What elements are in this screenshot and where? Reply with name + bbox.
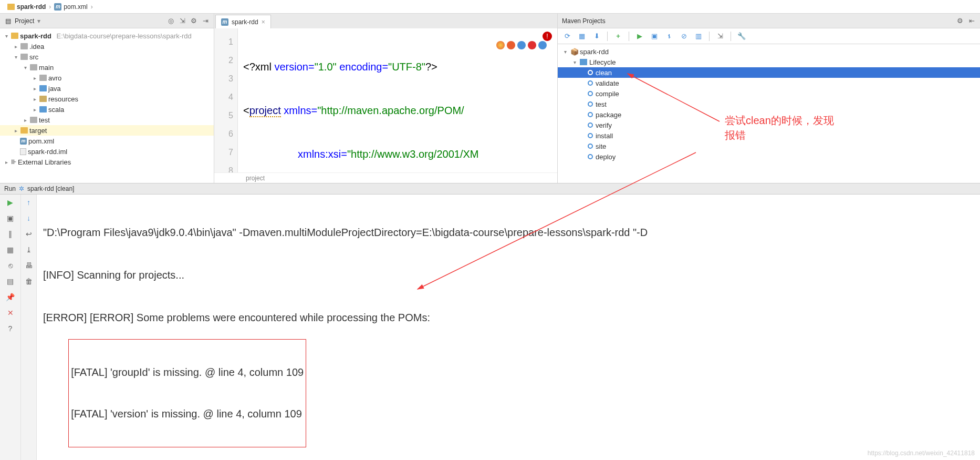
locate-icon[interactable]: ◎ (166, 17, 175, 25)
hide-icon[interactable]: ⇤ (967, 17, 976, 25)
tree-item[interactable]: ▸scala (0, 104, 214, 115)
rerun-icon[interactable]: ▶ (6, 198, 15, 207)
collapse-icon[interactable]: ▾ (13, 54, 19, 60)
expand-icon[interactable]: ▸ (32, 75, 38, 81)
gear-icon[interactable]: ⚙ (956, 17, 964, 25)
tree-item[interactable]: ▾main (0, 62, 214, 73)
opera-icon[interactable] (528, 41, 536, 49)
show-dependencies-icon[interactable]: ▥ (694, 32, 703, 40)
stop-disabled-icon[interactable]: ▣ (6, 213, 15, 223)
run-label: Run (4, 185, 16, 192)
tree-item[interactable]: ▸.idea (0, 41, 214, 52)
firefox-icon[interactable] (507, 41, 515, 49)
tree-item[interactable]: ▸test (0, 115, 214, 125)
editor-area: m spark-rdd × 1 2 3 4 5 6 7 8 <?xml vers… (214, 14, 557, 183)
tree-item[interactable]: ▸avro (0, 73, 214, 83)
up-icon[interactable]: ↑ (24, 198, 34, 207)
tree-item[interactable]: ▸resources (0, 94, 214, 104)
expand-icon[interactable]: ▸ (13, 44, 19, 49)
code-content[interactable]: <?xml version="1.0" encoding="UTF-8"?> <… (238, 28, 557, 172)
phase-label: site (596, 142, 606, 150)
collapse-icon[interactable]: ▾ (571, 59, 578, 65)
help-icon[interactable]: ? (6, 324, 15, 333)
dump-icon[interactable]: ▦ (6, 245, 15, 254)
chrome-icon[interactable] (496, 41, 505, 49)
error-indicator[interactable]: ! (543, 32, 552, 41)
pin-icon[interactable]: 📌 (6, 292, 15, 302)
settings-icon[interactable]: 🔧 (737, 32, 746, 40)
edge-icon[interactable] (538, 41, 547, 49)
maven-lifecycle-node[interactable]: ▾Lifecycle (558, 57, 980, 67)
toggle-skip-tests-icon[interactable]: ⊘ (680, 32, 688, 40)
collapse-icon[interactable]: ▾ (3, 33, 9, 39)
tree-item[interactable]: spark-rdd.iml (0, 146, 214, 157)
collapse-icon[interactable]: ▾ (22, 65, 28, 70)
line-number: 2 (214, 51, 237, 69)
expand-icon[interactable]: ▸ (3, 159, 9, 165)
project-tree[interactable]: ▾spark-rdd E:\bigdata-course\prepare-les… (0, 28, 214, 183)
expand-icon[interactable]: ▸ (32, 96, 38, 102)
expand-icon[interactable]: ▸ (32, 107, 38, 113)
scroll-to-end-icon[interactable]: ⤓ (24, 245, 34, 254)
maven-phase-clean[interactable]: clean (558, 67, 980, 78)
annotation-line: 报错 (725, 128, 834, 142)
console-line: [INFO] Scanning for projects... (43, 267, 974, 284)
collapse-all-icon[interactable]: ⇲ (716, 32, 724, 40)
maven-phase-test[interactable]: test (558, 99, 980, 109)
breadcrumb-file[interactable]: m pom.xml (51, 3, 90, 11)
code-editor[interactable]: 1 2 3 4 5 6 7 8 <?xml version="1.0" enco… (214, 28, 557, 172)
tree-item[interactable]: ▾src (0, 52, 214, 62)
hide-icon[interactable]: ⇥ (201, 17, 210, 25)
print-icon[interactable]: 🖶 (24, 261, 34, 270)
close-icon[interactable]: ✕ (6, 308, 15, 318)
line-number: 5 (214, 106, 237, 125)
tree-item-selected[interactable]: ▸target (0, 125, 214, 136)
maven-phase-site[interactable]: site (558, 141, 980, 151)
editor-tab[interactable]: m spark-rdd × (215, 15, 271, 28)
maven-phase-compile[interactable]: compile (558, 88, 980, 99)
dropdown-icon[interactable]: ▾ (37, 17, 40, 25)
layout-icon[interactable]: ▤ (6, 277, 15, 286)
run-console-area: ▶ ▣ ‖ ▦ ⎋ ▤ 📌 ✕ ? ↑ ↓ ↩ ⤓ 🖶 🗑 "D:\Progra… (0, 195, 980, 460)
execute-goal-icon[interactable]: ▣ (650, 32, 659, 40)
generate-sources-icon[interactable]: ▦ (578, 32, 586, 40)
toggle-offline-icon[interactable]: ⫮ (665, 32, 673, 40)
console-output[interactable]: "D:\Program Files\java9\jdk9.0.4\bin\jav… (37, 195, 980, 460)
clear-icon[interactable]: 🗑 (24, 277, 34, 286)
svg-point-4 (588, 113, 592, 117)
svg-point-2 (588, 91, 592, 96)
tree-root[interactable]: ▾spark-rdd E:\bigdata-course\prepare-les… (0, 30, 214, 41)
exit-icon[interactable]: ⎋ (6, 261, 15, 270)
run-config-icon: ✲ (19, 185, 24, 192)
safari-icon[interactable] (517, 41, 526, 49)
pause-icon[interactable]: ‖ (6, 229, 15, 239)
open-in-browser-icons (496, 41, 547, 49)
breadcrumb-project[interactable]: spark-rdd (4, 3, 49, 11)
tree-root-path: E:\bigdata-course\prepare-lessons\spark-… (57, 32, 192, 40)
collapse-icon[interactable]: ▾ (562, 49, 568, 55)
soft-wrap-icon[interactable]: ↩ (24, 229, 34, 239)
chevron-right-icon: › (91, 3, 93, 11)
phase-label: test (596, 100, 607, 108)
expand-icon[interactable]: ▸ (22, 117, 28, 123)
maven-phase-validate[interactable]: validate (558, 78, 980, 88)
reimport-icon[interactable]: ⟳ (563, 32, 571, 40)
add-icon[interactable]: + (614, 32, 622, 40)
download-icon[interactable]: ⬇ (592, 32, 601, 40)
expand-icon[interactable]: ▸ (13, 128, 19, 134)
close-icon[interactable]: × (262, 18, 265, 26)
gear-icon[interactable]: ⚙ (190, 17, 198, 25)
tree-label: test (39, 116, 50, 124)
run-toolbar-secondary: ↑ ↓ ↩ ⤓ 🖶 🗑 (21, 195, 37, 460)
expand-icon[interactable]: ▸ (32, 86, 38, 91)
editor-breadcrumb[interactable]: project (214, 172, 557, 183)
run-icon[interactable]: ▶ (635, 32, 644, 40)
maven-phase-deploy[interactable]: deploy (558, 151, 980, 162)
tree-item[interactable]: mpom.xml (0, 136, 214, 146)
tree-external-libraries[interactable]: ▸⊪External Libraries (0, 157, 214, 167)
svg-point-0 (588, 70, 592, 75)
maven-module[interactable]: ▾📦spark-rdd (558, 46, 980, 57)
tree-item[interactable]: ▸java (0, 83, 214, 94)
down-icon[interactable]: ↓ (24, 213, 34, 223)
collapse-all-icon[interactable]: ⇲ (178, 17, 186, 25)
